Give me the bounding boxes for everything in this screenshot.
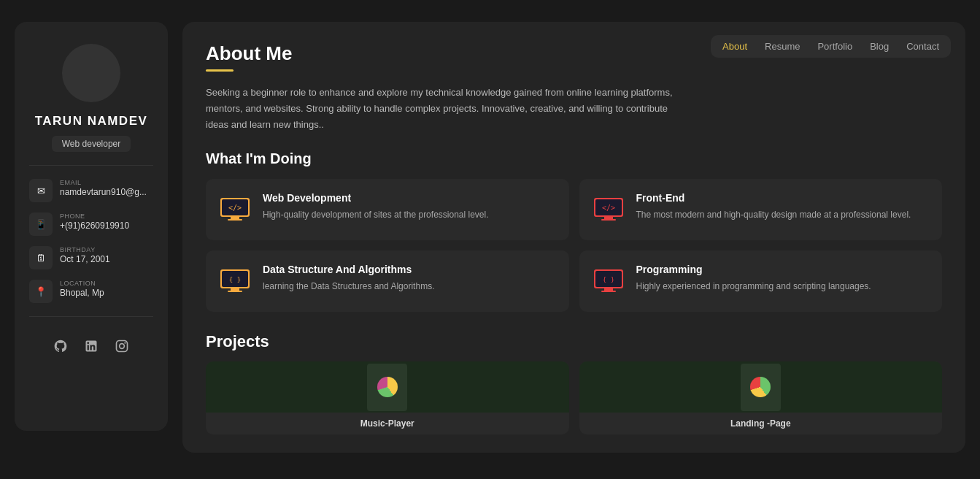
divider-2: [29, 316, 153, 317]
email-value: namdevtarun910@g...: [60, 187, 147, 197]
divider: [29, 165, 153, 166]
nav-blog[interactable]: Blog: [870, 41, 889, 52]
phone-row: 📱 PHONE +(91)6260919910: [29, 212, 153, 236]
skill-card-frontend: </> Front-End The most modern and high-q…: [579, 179, 943, 240]
about-bio: Seeking a beginner role to enhance and e…: [206, 85, 673, 133]
skill-text-programming: Programming Highly experienced in progra…: [636, 264, 871, 293]
location-icon: 📍: [29, 280, 53, 303]
project-thumb-circle-2: [750, 377, 771, 397]
project-thumb-inner: [367, 364, 407, 411]
birthday-content: BIRTHDAY Oct 17, 2001: [60, 246, 110, 264]
skill-desc-frontend: The most modern and high-quality design …: [636, 208, 911, 221]
svg-rect-17: [604, 288, 613, 291]
phone-value: +(91)6260919910: [60, 221, 129, 231]
birthday-label: BIRTHDAY: [60, 246, 110, 253]
svg-rect-18: [601, 291, 616, 292]
skill-card-web-dev: </> Web Development High-quality develop…: [206, 179, 569, 240]
linkedin-icon[interactable]: [81, 336, 101, 356]
user-name: TARUN NAMDEV: [35, 114, 148, 129]
svg-rect-3: [228, 219, 242, 221]
project-thumb-music: [206, 361, 569, 413]
nav-contact[interactable]: Contact: [906, 41, 939, 52]
location-row: 📍 LOCATION Bhopal, Mp: [29, 280, 153, 303]
sidebar: TARUN NAMDEV Web developer ✉ EMAIL namde…: [15, 22, 168, 431]
skill-desc-web-dev: High-quality development of sites at the…: [263, 208, 489, 221]
about-section: About Me Seeking a beginner role to enha…: [206, 42, 942, 434]
phone-label: PHONE: [60, 212, 129, 220]
nav-portfolio[interactable]: Portfolio: [817, 41, 852, 52]
main-content: About Resume Portfolio Blog Contact Abou…: [182, 22, 965, 453]
project-thumb-circle: [377, 377, 398, 397]
skill-text-dsa: Data Structure And Algorithms learning t…: [263, 264, 434, 293]
nav-resume[interactable]: Resume: [765, 41, 800, 52]
svg-rect-8: [601, 219, 616, 221]
project-thumb-landing: [579, 361, 943, 413]
svg-text:{ }: { }: [602, 276, 614, 283]
email-content: EMAIL namdevtarun910@g...: [60, 179, 147, 197]
location-content: LOCATION Bhopal, Mp: [60, 280, 104, 298]
skill-card-dsa: { } Data Structure And Algorithms learni…: [206, 250, 569, 312]
svg-text:{ }: { }: [229, 276, 241, 283]
skill-desc-programming: Highly experienced in programming and sc…: [636, 280, 871, 293]
projects-title: Projects: [206, 332, 942, 351]
instagram-icon[interactable]: [112, 336, 132, 356]
skill-title-web-dev: Web Development: [263, 192, 489, 204]
svg-rect-12: [231, 288, 239, 291]
web-dev-icon: </>: [217, 192, 252, 227]
birthday-row: 🗓 BIRTHDAY Oct 17, 2001: [29, 246, 153, 269]
projects-grid: Music-Player Landing -Page: [206, 361, 942, 434]
svg-rect-2: [231, 217, 239, 219]
svg-text:</>: </>: [228, 204, 242, 212]
location-value: Bhopal, Mp: [60, 288, 104, 298]
social-links: [50, 336, 132, 356]
skills-grid: </> Web Development High-quality develop…: [206, 179, 942, 312]
user-role: Web developer: [52, 136, 131, 152]
skill-title-programming: Programming: [636, 264, 871, 275]
email-row: ✉ EMAIL namdevtarun910@g...: [29, 179, 153, 202]
email-icon: ✉: [29, 179, 53, 202]
project-label-music: Music-Player: [206, 413, 569, 434]
nav-about[interactable]: About: [722, 41, 747, 52]
title-underline: [206, 69, 234, 72]
github-icon[interactable]: [50, 336, 71, 356]
frontend-icon: </>: [591, 192, 626, 227]
skill-card-programming: { } Programming Highly experienced in pr…: [579, 250, 943, 312]
phone-content: PHONE +(91)6260919910: [60, 212, 129, 231]
avatar: [62, 44, 120, 102]
skill-desc-dsa: learning the Data Structures and Algorit…: [263, 280, 434, 293]
project-label-landing: Landing -Page: [579, 413, 943, 434]
skill-title-frontend: Front-End: [636, 192, 911, 204]
svg-text:</>: </>: [601, 204, 614, 212]
skill-text-web-dev: Web Development High-quality development…: [263, 192, 489, 221]
phone-icon: 📱: [29, 212, 53, 236]
svg-rect-7: [604, 217, 613, 219]
birthday-value: Oct 17, 2001: [60, 254, 110, 264]
skill-text-frontend: Front-End The most modern and high-quali…: [636, 192, 911, 221]
project-card-landing[interactable]: Landing -Page: [579, 361, 943, 434]
email-label: EMAIL: [60, 179, 147, 186]
svg-rect-13: [228, 291, 242, 292]
project-thumb-inner-2: [741, 364, 781, 411]
what-doing-title: What I'm Doing: [206, 150, 942, 167]
project-card-music[interactable]: Music-Player: [206, 361, 569, 434]
contact-info: ✉ EMAIL namdevtarun910@g... 📱 PHONE +(91…: [29, 179, 153, 303]
programming-icon: { }: [591, 264, 626, 299]
skill-title-dsa: Data Structure And Algorithms: [263, 264, 434, 275]
navigation: About Resume Portfolio Blog Contact: [711, 35, 951, 58]
location-label: LOCATION: [60, 280, 104, 287]
dsa-icon: { }: [217, 264, 252, 299]
birthday-icon: 🗓: [29, 246, 53, 269]
